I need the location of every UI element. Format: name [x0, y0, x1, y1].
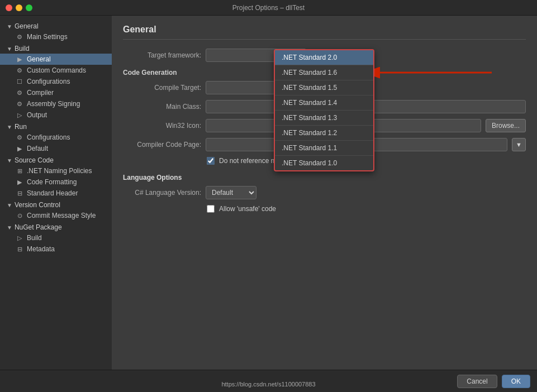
expand-arrow: ▼ [7, 46, 12, 52]
content-area: General Target framework: Code Generatio… [112, 16, 537, 392]
sidebar-item-code-formatting[interactable]: ▶ Code Formatting [0, 176, 112, 188]
sidebar-section-vc-label: Version Control [15, 201, 60, 209]
sidebar-section-run[interactable]: ▼ Run [0, 121, 112, 132]
circle-icon: ⊙ [16, 212, 23, 219]
gear-icon: ⚙ [16, 34, 23, 41]
output-icon: ▷ [16, 112, 23, 119]
sidebar-section-build[interactable]: ▼ Build [0, 42, 112, 54]
language-options-header: Language Options [123, 174, 526, 181]
dropdown-item-2[interactable]: .NET Standard 1.5 [275, 80, 373, 95]
bottom-bar: https://blog.csdn.net/s1100007883 Cancel… [0, 370, 537, 392]
sidebar-section-nuget-label: NuGet Package [15, 223, 62, 231]
dropdown-item-3[interactable]: .NET Standard 1.4 [275, 95, 373, 111]
expand-icon: ▶ [16, 179, 23, 186]
dropdown-item-4[interactable]: .NET Standard 1.3 [275, 111, 373, 126]
sidebar-item-compiler[interactable]: ⚙ Compiler [0, 87, 112, 98]
sidebar-item-custom-commands[interactable]: ⚙ Custom Commands [0, 65, 112, 76]
expand-arrow: ▼ [7, 157, 12, 164]
gear-icon: ⚙ [16, 89, 23, 97]
ok-button[interactable]: OK [502, 375, 530, 388]
cancel-button[interactable]: Cancel [457, 375, 497, 388]
sidebar-section-run-label: Run [15, 123, 27, 131]
play-icon: ▶ [16, 145, 23, 152]
close-button[interactable] [6, 4, 12, 11]
build-icon: ▷ [16, 235, 23, 242]
title-bar: Project Options – dllTest [0, 0, 537, 16]
meta-icon: ⊟ [16, 246, 23, 253]
expand-arrow: ▼ [7, 202, 12, 208]
sidebar-item-commit-message[interactable]: ⊙ Commit Message Style [0, 210, 112, 221]
csharp-version-row: C# Language Version: Default C# 7.3 C# 7… [123, 186, 526, 199]
sidebar-item-standard-header[interactable]: ⊟ Standard Header [0, 188, 112, 199]
unsafe-code-row: Allow 'unsafe' code [207, 205, 526, 213]
sidebar-item-run-default[interactable]: ▶ Default [0, 143, 112, 154]
sidebar-section-general[interactable]: ▼ General [0, 20, 112, 31]
sidebar-item-assembly-signing[interactable]: ⚙ Assembly Signing [0, 98, 112, 109]
sidebar-section-nuget[interactable]: ▼ NuGet Package [0, 221, 112, 232]
unsafe-checkbox[interactable] [207, 205, 215, 213]
page-title: General [123, 25, 526, 40]
grid-icon: ⊞ [16, 168, 23, 175]
compiler-code-page-label: Compiler Code Page: [123, 141, 201, 149]
main-class-label: Main Class: [123, 103, 201, 111]
url-label: https://blog.csdn.net/s1100007883 [221, 381, 315, 388]
main-container: ▼ General ⚙ Main Settings ▼ Build ▶ Gene… [0, 16, 537, 392]
sidebar-item-output[interactable]: ▷ Output [0, 109, 112, 121]
gear-icon: ⚙ [16, 101, 23, 108]
sidebar-item-main-settings[interactable]: ⚙ Main Settings [0, 31, 112, 42]
sidebar-item-run-configurations[interactable]: ⚙ Configurations [0, 132, 112, 143]
csharp-version-select[interactable]: Default C# 7.3 C# 7.2 C# 7.1 C# 7.0 [206, 186, 256, 199]
mscorlib-checkbox[interactable] [207, 157, 215, 165]
browse-button[interactable]: Browse... [486, 119, 526, 132]
expand-arrow: ▼ [7, 224, 12, 231]
compile-target-label: Compile Target: [123, 84, 201, 92]
code-page-dropdown[interactable]: ▼ [512, 138, 526, 151]
minimize-button[interactable] [16, 4, 22, 11]
sidebar-section-general-label: General [15, 22, 39, 30]
gear-icon: ⚙ [16, 134, 23, 141]
dropdown-item-6[interactable]: .NET Standard 1.1 [275, 141, 373, 156]
sidebar-item-build-general[interactable]: ▶ General [0, 54, 112, 65]
checkbox-icon: ☐ [16, 78, 23, 85]
window-controls [6, 4, 32, 11]
dropdown-item-5[interactable]: .NET Standard 1.2 [275, 126, 373, 141]
sidebar-section-source-code[interactable]: ▼ Source Code [0, 154, 112, 165]
target-framework-dropdown-overlay: .NET Standard 2.0 .NET Standard 1.6 .NET… [274, 49, 374, 171]
expand-arrow: ▼ [7, 124, 12, 130]
arrow-icon: ▶ [16, 56, 23, 63]
sidebar-item-nuget-build[interactable]: ▷ Build [0, 232, 112, 243]
sidebar-section-version-control[interactable]: ▼ Version Control [0, 199, 112, 210]
gear-icon: ⚙ [16, 67, 23, 74]
doc-icon: ⊟ [16, 190, 23, 197]
sidebar-item-configurations[interactable]: ☐ Configurations [0, 76, 112, 87]
expand-arrow: ▼ [7, 23, 12, 30]
sidebar-section-build-label: Build [15, 45, 30, 52]
sidebar: ▼ General ⚙ Main Settings ▼ Build ▶ Gene… [0, 16, 112, 392]
sidebar-item-nuget-metadata[interactable]: ⊟ Metadata [0, 243, 112, 255]
csharp-version-label: C# Language Version: [123, 189, 201, 197]
win32-icon-label: Win32 Icon: [123, 122, 201, 130]
sidebar-section-source-label: Source Code [15, 156, 54, 164]
window-title: Project Options – dllTest [232, 4, 305, 12]
dropdown-item-0[interactable]: .NET Standard 2.0 [275, 50, 373, 65]
unsafe-label: Allow 'unsafe' code [219, 205, 276, 213]
maximize-button[interactable] [26, 4, 32, 11]
target-framework-label: Target framework: [123, 51, 201, 59]
sidebar-item-naming-policies[interactable]: ⊞ .NET Naming Policies [0, 165, 112, 176]
dropdown-item-7[interactable]: .NET Standard 1.0 [275, 156, 373, 170]
dropdown-item-1[interactable]: .NET Standard 1.6 [275, 65, 373, 80]
